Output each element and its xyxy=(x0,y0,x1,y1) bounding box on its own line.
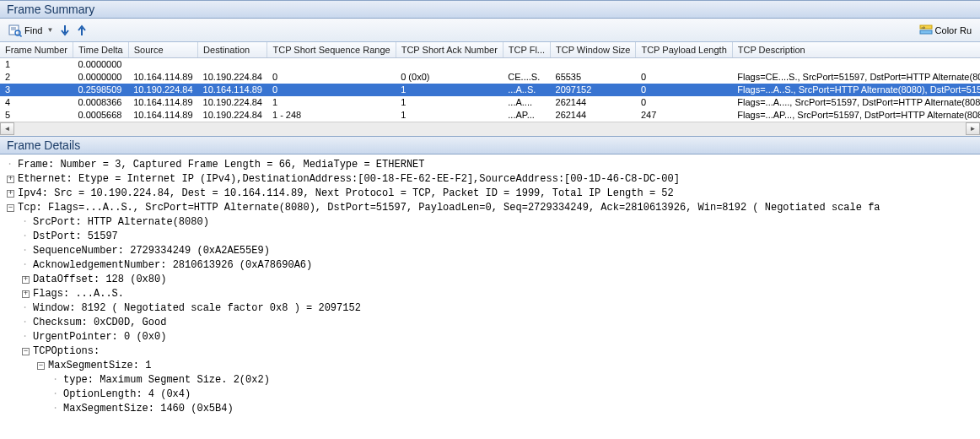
frame-details-title: Frame Details xyxy=(7,138,80,152)
cell: 10.164.114.89 xyxy=(128,71,197,84)
cell: Flags=...AP..., SrcPort=51597, DstPort=H… xyxy=(732,109,980,122)
svg-text:ab: ab xyxy=(921,24,925,29)
column-header[interactable]: TCP Payload Length xyxy=(636,42,732,58)
tree-node[interactable]: ·Checksum: 0xCD0D, Good xyxy=(3,316,977,330)
tree-node-text: MaxSegmentSize: 1460 (0x5B4) xyxy=(63,403,234,415)
cell: 10.164.114.89 xyxy=(128,96,197,109)
tree-node-text: UrgentPointer: 0 (0x0) xyxy=(33,331,166,343)
cell: 1 xyxy=(0,58,73,71)
column-header[interactable]: TCP Window Size xyxy=(551,42,636,58)
tree-guide: · xyxy=(52,402,60,416)
tree-node[interactable]: ·Window: 8192 ( Negotiated scale factor … xyxy=(3,301,977,316)
collapse-icon[interactable]: − xyxy=(7,204,14,212)
column-header[interactable]: Destination xyxy=(198,42,267,58)
cell: 0.0005668 xyxy=(73,109,128,122)
cell: ...A..S. xyxy=(503,84,550,96)
tree-node[interactable]: −Tcp: Flags=...A..S., SrcPort=HTTP Alter… xyxy=(3,201,977,215)
collapse-icon[interactable]: − xyxy=(22,348,30,355)
table-row[interactable]: 10.0000000 xyxy=(0,58,980,71)
frame-summary-header: Frame Summary xyxy=(0,0,980,19)
frame-details-tree[interactable]: ·Frame: Number = 3, Captured Frame Lengt… xyxy=(0,154,980,423)
cell: Flags=...A..S., SrcPort=HTTP Alternate(8… xyxy=(732,84,980,96)
tree-node[interactable]: +Flags: ...A..S. xyxy=(3,287,977,301)
horizontal-scrollbar[interactable]: ◄ ► xyxy=(0,122,980,136)
tree-node[interactable]: ·type: Maximum Segment Size. 2(0x2) xyxy=(3,373,977,388)
tree-node[interactable]: ·UrgentPointer: 0 (0x0) xyxy=(3,330,977,344)
cell: 262144 xyxy=(551,109,636,122)
cell: 1 xyxy=(396,84,503,96)
cell: 0 (0x0) xyxy=(396,71,503,84)
tree-guide: · xyxy=(22,301,30,316)
cell: 0 xyxy=(267,84,396,96)
svg-rect-8 xyxy=(920,30,932,34)
find-icon xyxy=(8,24,22,37)
cell: 247 xyxy=(636,109,732,122)
tree-guide: · xyxy=(22,316,30,330)
scroll-right-icon[interactable]: ► xyxy=(966,122,980,135)
tree-node-text: MaxSegmentSize: 1 xyxy=(48,360,151,371)
frame-details-header: Frame Details xyxy=(0,136,980,154)
tree-node[interactable]: +Ipv4: Src = 10.190.224.84, Dest = 10.16… xyxy=(3,187,977,201)
cell: 0.0000000 xyxy=(73,58,128,71)
cell: 10.164.114.89 xyxy=(198,84,267,96)
frame-summary-grid[interactable]: Frame NumberTime DeltaSourceDestinationT… xyxy=(0,42,980,122)
cell xyxy=(128,58,197,71)
column-header[interactable]: TCP Fl... xyxy=(503,42,550,58)
tree-guide: · xyxy=(22,215,30,230)
tree-node[interactable]: +Ethernet: Etype = Internet IP (IPv4),De… xyxy=(3,172,977,187)
table-row[interactable]: 40.000836610.164.114.8910.190.224.8411..… xyxy=(0,96,980,109)
tree-guide: · xyxy=(22,230,30,244)
tree-guide: · xyxy=(52,388,60,402)
expand-icon[interactable]: + xyxy=(7,176,14,183)
column-header[interactable]: TCP Short Ack Number xyxy=(396,42,503,58)
tree-node[interactable]: +DataOffset: 128 (0x80) xyxy=(3,273,977,287)
tree-node[interactable]: ·SrcPort: HTTP Alternate(8080) xyxy=(3,215,977,230)
tree-node[interactable]: ·DstPort: 51597 xyxy=(3,230,977,244)
scroll-left-icon[interactable]: ◄ xyxy=(0,122,14,135)
summary-toolbar: Find ▼ ab Color Ru xyxy=(0,19,980,42)
tree-node[interactable]: ·Frame: Number = 3, Captured Frame Lengt… xyxy=(3,158,977,172)
column-header[interactable]: Source xyxy=(128,42,197,58)
tree-node[interactable]: −MaxSegmentSize: 1 xyxy=(3,359,977,373)
collapse-icon[interactable]: − xyxy=(37,362,45,370)
table-row[interactable]: 30.259850910.190.224.8410.164.114.8901..… xyxy=(0,84,980,96)
arrow-up-button[interactable] xyxy=(73,23,90,38)
arrow-down-button[interactable] xyxy=(57,23,73,38)
frame-summary-title: Frame Summary xyxy=(7,3,94,16)
tree-node-text: Frame: Number = 3, Captured Frame Length… xyxy=(18,159,424,171)
tree-node-text: type: Maximum Segment Size. 2(0x2) xyxy=(63,374,270,386)
tree-node[interactable]: ·SequenceNumber: 2729334249 (0xA2AE55E9) xyxy=(3,244,977,258)
column-header[interactable]: TCP Description xyxy=(732,42,980,58)
tree-node[interactable]: −TCPOptions: xyxy=(3,344,977,359)
tree-node-text: Tcp: Flags=...A..S., SrcPort=HTTP Altern… xyxy=(18,202,880,214)
cell: 0 xyxy=(636,71,732,84)
column-header[interactable]: Frame Number xyxy=(0,42,73,58)
find-label: Find xyxy=(24,25,42,35)
cell: 0 xyxy=(636,96,732,109)
tree-node-text: Flags: ...A..S. xyxy=(33,288,124,300)
tree-guide: · xyxy=(7,158,14,172)
column-header[interactable]: Time Delta xyxy=(73,42,128,58)
svg-line-4 xyxy=(19,35,22,37)
cell: 1 - 248 xyxy=(267,109,396,122)
tree-node[interactable]: ·AcknowledgementNumber: 2810613926 (0xA7… xyxy=(3,258,977,273)
cell xyxy=(732,58,980,71)
expand-icon[interactable]: + xyxy=(7,190,14,198)
color-rules-button[interactable]: ab Color Ru xyxy=(916,22,975,39)
tree-node[interactable]: ·OptionLength: 4 (0x4) xyxy=(3,388,977,402)
color-rules-icon: ab xyxy=(919,24,933,37)
tree-node[interactable]: ·MaxSegmentSize: 1460 (0x5B4) xyxy=(3,402,977,416)
column-header-row[interactable]: Frame NumberTime DeltaSourceDestinationT… xyxy=(0,42,980,58)
tree-node-text: Window: 8192 ( Negotiated scale factor 0… xyxy=(33,302,361,314)
tree-node-text: Ethernet: Etype = Internet IP (IPv4),Des… xyxy=(18,173,680,185)
tree-node-text: Checksum: 0xCD0D, Good xyxy=(33,317,166,328)
cell: 5 xyxy=(0,109,73,122)
column-header[interactable]: TCP Short Sequence Range xyxy=(267,42,396,58)
cell: 10.164.114.89 xyxy=(128,109,197,122)
table-row[interactable]: 50.000566810.164.114.8910.190.224.841 - … xyxy=(0,109,980,122)
tree-node-text: SrcPort: HTTP Alternate(8080) xyxy=(33,216,209,228)
find-button[interactable]: Find ▼ xyxy=(5,22,57,39)
expand-icon[interactable]: + xyxy=(22,290,30,298)
expand-icon[interactable]: + xyxy=(22,276,30,284)
table-row[interactable]: 20.000000010.164.114.8910.190.224.8400 (… xyxy=(0,71,980,84)
